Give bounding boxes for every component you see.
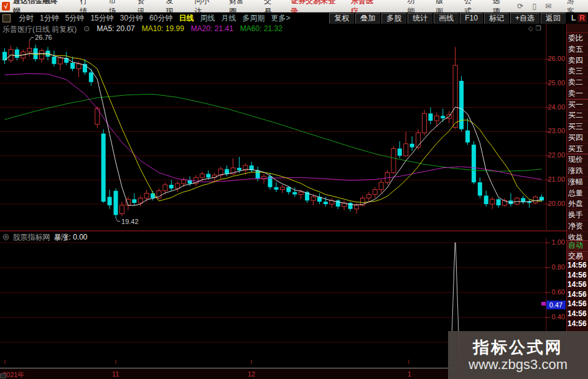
trade-tab-交易[interactable]: 交易 — [567, 251, 588, 261]
order-row-净资[interactable]: 净资 — [567, 221, 588, 232]
order-row-卖二[interactable]: 卖二 — [567, 77, 588, 88]
candle-up — [453, 65, 457, 127]
order-row-卖五[interactable]: 卖五 — [567, 44, 588, 55]
order-row-卖三[interactable]: 卖三 — [567, 66, 588, 77]
period-更多>[interactable]: 更多> — [271, 13, 290, 24]
order-row-外盘[interactable]: 外盘 — [567, 199, 588, 210]
menu-icons: ⟳▯✉ — [513, 2, 556, 11]
order-row-总量[interactable]: 总量 — [567, 188, 588, 199]
candle-down — [428, 113, 432, 121]
candle-down — [398, 149, 402, 156]
order-row-买四[interactable]: 买四 — [567, 133, 588, 144]
candle-up — [119, 205, 124, 214]
indicator-source: 股票指标网 — [12, 232, 50, 243]
candle-down — [237, 168, 241, 171]
trade-tab-自动[interactable]: 自动 — [567, 240, 588, 251]
candle-down — [292, 192, 297, 195]
indicator-tick-3: 0.40 — [546, 313, 565, 321]
layout-icon[interactable] — [2, 14, 11, 22]
chart-tools: 复权叠加多股统计画线F10标记+自选返回 — [329, 13, 566, 24]
indicator-icon[interactable]: ◎ — [2, 232, 9, 243]
indicator-value: 暴涨: 0.00 — [54, 232, 87, 243]
tool-返回[interactable]: 返回 — [541, 13, 566, 24]
candle-down — [15, 49, 19, 58]
tick-time-4[interactable]: 14:56 — [567, 299, 588, 309]
period-周线[interactable]: 周线 — [200, 13, 215, 24]
candle-up — [138, 198, 142, 203]
order-row-买一[interactable]: 买一 — [567, 100, 588, 111]
order-row-委比[interactable]: 委比 — [567, 33, 588, 44]
period-1分钟[interactable]: 1分钟 — [40, 13, 59, 24]
candle-up — [515, 198, 519, 204]
tool-标记[interactable]: 标记 — [484, 13, 509, 24]
candle-up — [77, 64, 81, 69]
tool-多股[interactable]: 多股 — [381, 13, 406, 24]
period-5分钟[interactable]: 5分钟 — [65, 13, 85, 24]
tick-time-1[interactable]: 14:56 — [567, 271, 588, 281]
period-多周期[interactable]: 多周期 — [242, 13, 264, 24]
order-row-买三[interactable]: 买三 — [567, 121, 588, 133]
order-row-买五[interactable]: 买五 — [567, 144, 588, 155]
tick-time-6[interactable]: 14:56 — [567, 319, 588, 329]
order-row-买二[interactable]: 买二 — [567, 110, 588, 121]
tick-times: 14:5614:5614:5614:5614:5614:5614:56 — [567, 261, 588, 329]
chart-corner-icons[interactable]: ◇❐ — [528, 25, 544, 32]
indicator-header: ◎ 股票指标网 暴涨: 0.00 — [2, 232, 88, 243]
candle-down — [324, 202, 328, 204]
order-book-header — [567, 24, 588, 33]
candle-up — [354, 205, 358, 209]
tool-画线[interactable]: 画线 — [434, 13, 459, 24]
candle-down — [101, 134, 106, 202]
order-book-rows: 委比卖五卖四卖三卖二卖一买一买二买三买四买五现价涨跌涨幅总量外盘换手净资收益 — [567, 33, 588, 243]
mobile-icon[interactable]: ▯ — [532, 2, 536, 11]
mail-icon[interactable]: ✉ — [545, 2, 551, 11]
order-row-换手[interactable]: 换手 — [567, 210, 588, 221]
ma5-line — [5, 54, 542, 206]
tick-time-0[interactable]: 14:56 — [567, 261, 588, 271]
main-chart[interactable]: 26.7619.42 — [0, 24, 566, 231]
candle-down — [484, 195, 488, 204]
candle-down — [151, 194, 155, 199]
tick-time-3[interactable]: 14:56 — [567, 290, 588, 300]
tdx-logo-icon: √ — [2, 2, 10, 11]
watermark: 指标公式网 www.zbgs3.com — [448, 331, 588, 379]
refresh-icon[interactable]: ⟳ — [517, 2, 523, 11]
candle-down — [497, 199, 501, 205]
current-value-badge: 0.47 — [546, 301, 566, 309]
pane-tab-left[interactable]: L — [571, 14, 576, 22]
price-tick-20: 20.00 — [546, 200, 565, 207]
order-row-卖四[interactable]: 卖四 — [567, 55, 588, 67]
candle-down — [108, 197, 112, 205]
candle-down — [478, 182, 482, 195]
price-tick-22: 22.00 — [546, 151, 565, 159]
tick-time-5[interactable]: 14:56 — [567, 309, 588, 319]
order-row-现价[interactable]: 现价 — [567, 154, 588, 166]
tool-F10[interactable]: F10 — [460, 13, 483, 24]
period-tabs: 分时1分钟5分钟15分钟30分钟60分钟日线周线月线多周期更多> — [16, 13, 293, 24]
period-日线[interactable]: 日线 — [179, 13, 194, 24]
date-label-2: 12 — [248, 370, 255, 378]
panel-divider[interactable] — [0, 230, 566, 232]
candle-up — [404, 144, 408, 156]
order-row-卖一[interactable]: 卖一 — [567, 88, 588, 100]
resize-handle[interactable] — [0, 373, 6, 378]
candle-up — [27, 49, 32, 52]
tool-复权[interactable]: 复权 — [329, 13, 354, 24]
order-row-涨跌[interactable]: 涨跌 — [567, 166, 588, 177]
order-row-涨幅[interactable]: 涨幅 — [567, 177, 588, 188]
pane-tab-right[interactable]: R — [577, 14, 587, 22]
candle-up — [144, 194, 149, 199]
tick-time-2[interactable]: 14:56 — [567, 280, 588, 290]
period-分时[interactable]: 分时 — [19, 13, 34, 24]
candle-up — [366, 194, 371, 198]
period-30分钟[interactable]: 30分钟 — [120, 13, 143, 24]
tool-+自选[interactable]: +自选 — [510, 13, 539, 24]
tool-统计[interactable]: 统计 — [408, 13, 432, 24]
period-60分钟[interactable]: 60分钟 — [149, 13, 172, 24]
period-15分钟[interactable]: 15分钟 — [90, 13, 113, 24]
indicator-tick-1: 0.80 — [546, 263, 565, 271]
tool-叠加[interactable]: 叠加 — [355, 13, 380, 24]
candle-up — [533, 197, 538, 203]
period-月线[interactable]: 月线 — [221, 13, 236, 24]
candle-down — [256, 171, 260, 179]
